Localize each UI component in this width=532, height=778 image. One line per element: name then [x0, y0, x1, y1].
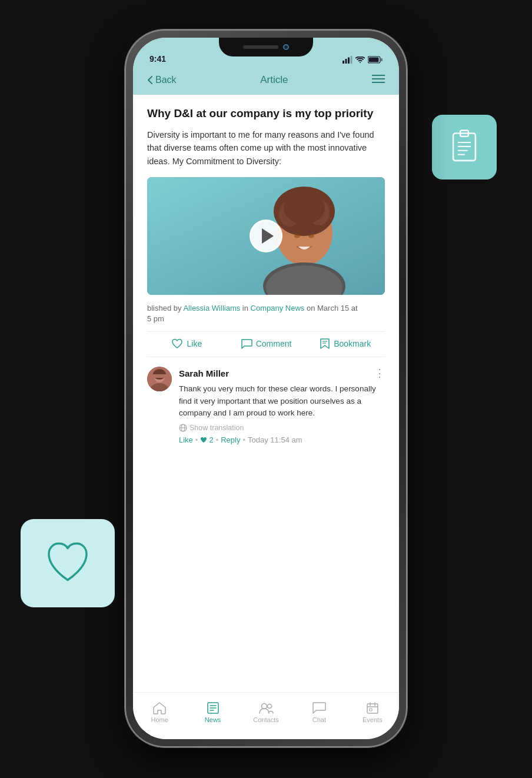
like-button[interactable]: Like	[147, 338, 227, 349]
nav-header: Back Article	[133, 67, 399, 95]
published-suffix: on March 15 at	[304, 304, 357, 312]
svg-point-27	[308, 234, 314, 238]
nav-item-home[interactable]: Home	[133, 701, 186, 723]
reply-button[interactable]: Reply	[221, 435, 240, 444]
phone-screen: 9:41	[133, 38, 399, 739]
article-body-text: Diversity is important to me for many re…	[147, 128, 385, 168]
nav-label-events: Events	[363, 716, 383, 723]
video-thumbnail[interactable]	[147, 177, 385, 295]
commenter-name: Sarah Miller	[179, 368, 229, 378]
published-in: in	[240, 304, 250, 312]
status-icons	[343, 56, 383, 64]
play-button[interactable]	[250, 220, 282, 252]
contacts-icon	[258, 701, 274, 714]
category-link[interactable]: Company News	[251, 304, 305, 312]
globe-icon	[179, 424, 187, 432]
show-translation-button[interactable]: Show translation	[179, 424, 385, 432]
published-info: blished by Allessia Williams in Company …	[147, 303, 385, 324]
news-icon	[207, 701, 220, 714]
comment-label: Comment	[256, 339, 292, 348]
bookmark-button[interactable]: Bookmark	[305, 338, 385, 350]
svg-rect-12	[381, 58, 383, 61]
svg-rect-35	[153, 374, 166, 378]
comment-button[interactable]: Comment	[227, 338, 306, 349]
speaker	[243, 45, 278, 49]
notch	[219, 38, 313, 56]
menu-button[interactable]	[372, 73, 385, 87]
small-heart-icon	[200, 437, 207, 443]
svg-rect-11	[369, 58, 379, 62]
heart-count: 2	[200, 435, 213, 444]
hamburger-icon	[372, 74, 385, 84]
signal-icon	[343, 56, 353, 64]
home-icon	[152, 701, 167, 714]
nav-label-news: News	[205, 716, 221, 723]
scene: 9:41	[0, 0, 532, 778]
bookmark-label: Bookmark	[334, 339, 371, 348]
nav-title: Article	[260, 74, 288, 86]
nav-item-chat[interactable]: Chat	[292, 701, 345, 723]
svg-rect-9	[351, 56, 353, 64]
heart-count-value: 2	[209, 435, 213, 444]
time-display: 9:41	[149, 54, 166, 64]
comment-actions: Like • 2 • Reply •	[179, 435, 385, 444]
nav-item-news[interactable]: News	[186, 701, 239, 723]
phone-shell: 9:41	[125, 29, 407, 747]
comment-content: Sarah Miller ⋮ Thank you very much for t…	[179, 367, 385, 444]
svg-rect-7	[345, 59, 347, 64]
svg-point-26	[294, 234, 300, 238]
separator-2: •	[216, 435, 219, 444]
like-heart-icon	[171, 338, 183, 349]
svg-rect-49	[370, 709, 372, 711]
svg-rect-8	[348, 58, 350, 64]
battery-icon	[368, 56, 383, 64]
comment-like-button[interactable]: Like	[179, 435, 193, 444]
floating-clipboard-card	[432, 115, 497, 179]
comment-timestamp: Today 11:54 am	[248, 435, 302, 444]
bottom-nav: Home News	[133, 692, 399, 739]
camera	[283, 44, 289, 50]
svg-point-44	[268, 704, 272, 709]
floating-heart-card	[21, 519, 115, 607]
commenter-avatar	[147, 367, 172, 391]
action-bar: Like Comment	[147, 331, 385, 357]
separator-1: •	[195, 435, 198, 444]
comment-card: Sarah Miller ⋮ Thank you very much for t…	[147, 367, 385, 454]
nav-label-chat: Chat	[312, 716, 326, 723]
clipboard-icon	[447, 128, 482, 166]
svg-rect-45	[367, 704, 378, 713]
comment-icon	[241, 338, 252, 349]
published-prefix: blished by	[147, 304, 183, 312]
published-time: 5 pm	[147, 314, 164, 323]
nav-label-contacts: Contacts	[253, 716, 278, 723]
svg-point-22	[284, 191, 325, 224]
comment-header: Sarah Miller ⋮	[179, 367, 385, 380]
wifi-icon	[355, 56, 365, 64]
author-link[interactable]: Allessia Williams	[183, 304, 240, 312]
events-icon	[366, 701, 379, 714]
back-button[interactable]: Back	[147, 75, 177, 85]
play-icon	[262, 228, 274, 244]
chat-icon	[312, 701, 326, 714]
comment-options-button[interactable]: ⋮	[374, 367, 385, 380]
nav-item-contacts[interactable]: Contacts	[240, 701, 292, 723]
translation-label: Show translation	[189, 424, 244, 432]
back-chevron-icon	[147, 75, 153, 85]
separator-3: •	[242, 435, 245, 444]
avatar-image	[147, 367, 172, 391]
comment-text: Thank you very much for these clear word…	[179, 383, 385, 419]
nav-item-events[interactable]: Events	[346, 701, 399, 723]
article-body: Why D&I at our company is my top priorit…	[133, 95, 399, 692]
svg-rect-6	[343, 61, 344, 64]
like-label: Like	[187, 339, 202, 348]
article-title: Why D&I at our company is my top priorit…	[147, 107, 385, 121]
heart-icon	[44, 538, 91, 588]
nav-label-home: Home	[151, 716, 168, 723]
svg-point-43	[262, 704, 267, 709]
bookmark-icon	[320, 338, 330, 350]
svg-marker-28	[321, 339, 329, 348]
